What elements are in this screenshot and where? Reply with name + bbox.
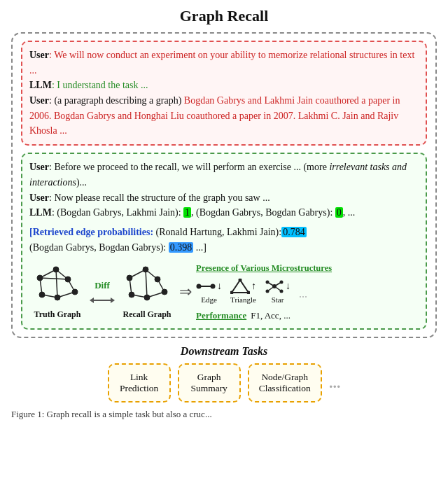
svg-marker-33: [232, 280, 248, 293]
user-label-g2: User: [29, 192, 49, 203]
diff-arrow: Diff: [85, 279, 119, 305]
edge-icon: [196, 279, 216, 294]
retrieved-val2: 0.398: [169, 242, 194, 253]
perf-text: F1, Acc, ...: [251, 309, 290, 323]
green-line1: User: Before we proceed to the recall, w…: [29, 160, 419, 190]
down-arrow-triangle: ↑: [251, 279, 256, 294]
diff-arrow-svg: [90, 295, 115, 306]
svg-line-26: [147, 292, 164, 298]
perf-label: Performance: [196, 309, 246, 323]
svg-line-8: [68, 279, 75, 292]
svg-line-6: [40, 270, 56, 278]
red-line2: LLM: I understand the task ...: [29, 78, 419, 93]
svg-line-13: [56, 270, 57, 298]
green-text-g3: : (Bogdan Gabrys, Lakhmi Jain):: [52, 207, 183, 218]
retrieved-end: ...]: [193, 242, 206, 253]
red-text-3pre: : (a paragraph describing a graph): [49, 95, 184, 106]
recall-graph-svg: [119, 264, 175, 306]
green-box: User: Before we proceed to the recall, w…: [21, 153, 427, 330]
svg-line-24: [146, 270, 158, 279]
svg-line-9: [57, 292, 75, 298]
down-arrow-edge: ↓: [217, 279, 222, 294]
llm-text-1: : I understand the task ...: [52, 80, 148, 90]
downstream-title: Downstream Tasks: [11, 345, 437, 358]
green-text-end: , ...: [343, 207, 356, 218]
truth-graph-section: Truth Graph: [29, 264, 85, 321]
down-arrow-star: ↓: [286, 279, 290, 294]
truth-label: Truth Graph: [34, 308, 81, 321]
diff-label: Diff: [94, 279, 110, 293]
green-line2: User: Now please recall the structure of…: [29, 190, 419, 206]
star-icon-row: ↓: [265, 279, 290, 294]
retrieved-line: [Retrieved edge probabilities: (Ronald H…: [29, 225, 419, 240]
star-item: ↓ Star: [265, 279, 290, 306]
edge-item: ↓ Edge: [196, 279, 222, 306]
outer-box: User: We will now conduct an experiment …: [11, 32, 437, 338]
triangle-icon: [230, 279, 250, 294]
svg-line-25: [158, 279, 164, 292]
svg-line-44: [267, 286, 274, 291]
user-label-1: User: [29, 50, 49, 60]
caption: Figure 1: Graph recall is a simple task …: [11, 408, 437, 421]
svg-line-23: [130, 270, 146, 278]
triangle-item: ↑ Triangle: [230, 279, 256, 306]
highlight-1: 1: [183, 207, 191, 218]
downstream-section: Downstream Tasks LinkPrediction GraphSum…: [11, 345, 437, 402]
retrieved-label: [Retrieved edge probabilities:: [29, 227, 153, 237]
green-text-cont: , (Bogdan Gabrys, Bogdan Gabrys):: [191, 207, 335, 218]
red-line1: User: We will now conduct an experiment …: [29, 48, 419, 78]
svg-marker-16: [90, 298, 94, 303]
task-graph-summary[interactable]: GraphSummary: [178, 363, 241, 402]
task-dots: ...: [329, 374, 341, 392]
svg-line-29: [146, 270, 147, 298]
micro-title: Presence of Various Microstructures: [196, 262, 332, 275]
star-label: Star: [272, 294, 284, 306]
microstructures-section: Presence of Various Microstructures ↓: [196, 262, 419, 323]
svg-line-45: [274, 286, 281, 291]
task-node-graph-classification[interactable]: Node/GraphClassification: [248, 363, 322, 402]
red-box: User: We will now conduct an experiment …: [21, 41, 427, 146]
truth-graph-svg: [29, 264, 85, 306]
svg-marker-15: [111, 298, 115, 303]
edge-label: Edge: [201, 294, 217, 306]
llm-label-g3: LLM: [29, 207, 52, 218]
downstream-items: LinkPrediction GraphSummary Node/GraphCl…: [11, 363, 437, 402]
graph-area: Truth Graph Diff: [29, 262, 419, 323]
user-label-2: User: [29, 95, 49, 106]
triangle-icon-row: ↑: [230, 279, 256, 294]
micro-dots: ...: [299, 286, 307, 303]
highlight-2: 0: [335, 207, 343, 218]
star-icon: [265, 279, 284, 294]
edge-icon-row: ↓: [196, 279, 222, 294]
green-line3: LLM: (Bogdan Gabrys, Lakhmi Jain): 1, (B…: [29, 205, 419, 220]
triangle-label: Triangle: [230, 294, 256, 306]
red-line3: User: (a paragraph describing a graph) B…: [29, 93, 419, 139]
right-arrow: ⇒: [175, 280, 196, 304]
svg-line-42: [267, 282, 274, 286]
green-text-g1: : Before we proceed to the recall, we wi…: [49, 162, 329, 172]
task-link-prediction[interactable]: LinkPrediction: [108, 363, 171, 402]
svg-line-43: [274, 282, 281, 286]
llm-label-1: LLM: [29, 80, 52, 90]
svg-line-12: [40, 278, 68, 279]
main-title: Graph Recall: [11, 7, 437, 25]
retrieved-text: (Ronald Hartung, Lakhmi Jain):: [153, 227, 281, 237]
retrieved-val1: 0.784: [281, 227, 307, 237]
green-text-g1end: )...: [76, 177, 87, 188]
recall-graph-section: Recall Graph: [119, 264, 175, 321]
recall-label: Recall Graph: [123, 308, 172, 321]
green-text-g2: : Now please recall the structure of the…: [49, 192, 270, 203]
retrieved-text2: (Bogdan Gabrys, Bogdan Gabrys):: [29, 242, 169, 253]
perf-line: Performance F1, Acc, ...: [196, 309, 290, 323]
micro-icons-row: ↓ Edge ↑: [196, 279, 307, 306]
retrieved-line2: (Bogdan Gabrys, Bogdan Gabrys): 0.398 ..…: [29, 240, 419, 255]
red-text-1: : We will now conduct an experiment on y…: [29, 50, 414, 76]
user-label-g1: User: [29, 162, 49, 172]
svg-line-7: [56, 270, 68, 279]
